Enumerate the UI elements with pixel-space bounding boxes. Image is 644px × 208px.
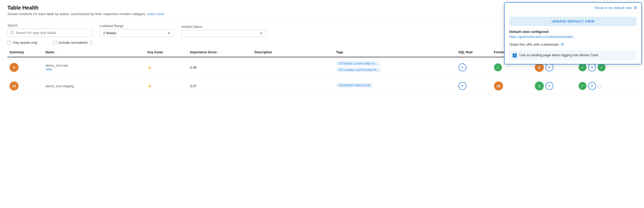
row1-tag-1: S3 Bucket Location:https://s... (336, 61, 380, 66)
row2-freshness: 18 (492, 78, 533, 94)
default-view-url-link[interactable]: https://getmontecarlo.com/dashboard/dail… (509, 35, 637, 39)
row2-key-asset: ★ (145, 78, 188, 94)
popup-body: UPDATE DEFAULT VIEW Default view configu… (505, 13, 641, 64)
row1-name-prefix: demo_env:raw (46, 63, 143, 67)
row2-health: ✓ + i (576, 78, 637, 94)
update-default-view-button[interactable]: UPDATE DEFAULT VIEW (509, 17, 637, 26)
row1-health-plus-icon: + (588, 63, 596, 71)
include-normalized-label: Include normalized (59, 41, 87, 45)
svg-line-1 (13, 33, 14, 34)
row2-freshness-badge: 18 (494, 81, 503, 90)
lookback-select[interactable]: 2 Weeks ▼ (100, 29, 174, 37)
popup-header: Reset to my default view ⚙ (505, 3, 641, 13)
row1-health-check2-icon: ✓ (598, 63, 606, 71)
row1-tags: S3 Bucket Location:https://s... S3 Lambd… (334, 57, 456, 78)
row2-description (252, 78, 334, 94)
row1-quality-plus-icon: + (545, 63, 553, 71)
default-view-popup: Reset to my default view ⚙ UPDATE DEFAUL… (504, 2, 642, 64)
row1-importance: 0.98 (188, 57, 252, 78)
row1-sql-plus-icon: + (458, 63, 466, 71)
importance-sort-icon: ↑ (218, 51, 219, 54)
table-row: 14 demo_env:staging ★ 0.97 Certification… (7, 78, 637, 94)
search-input-wrapper[interactable] (7, 29, 92, 37)
reset-default-view-link[interactable]: Reset to my default view ⚙ (509, 5, 637, 10)
row2-tag-1: Certification Status:Gold (336, 83, 373, 88)
chevron-down-icon: ▼ (167, 32, 170, 35)
row1-name-link[interactable]: offer (46, 67, 52, 71)
row1-sql-rule: + (456, 57, 492, 78)
col-header-description: Description (252, 48, 334, 57)
row2-health-plus-icon: + (588, 82, 596, 90)
row2-quality-cell: 1 + (535, 81, 574, 90)
key-assets-label: Key assets only (13, 41, 37, 45)
share-url-row: Share this URL with a teammate ⧉ (509, 42, 637, 47)
landing-page-label: Use as landing page when logging into Mo… (519, 53, 598, 57)
landing-page-checkbox[interactable]: ✓ (513, 53, 517, 58)
col-header-name[interactable]: Name ↑ (43, 48, 145, 57)
row2-quality: 1 + (533, 78, 576, 94)
row1-health-check1-icon: ✓ (579, 63, 586, 71)
lookback-value: 2 Weeks (103, 31, 116, 35)
row2-summary-badge: 14 (10, 81, 19, 90)
search-icon (10, 31, 14, 35)
col-header-key-asset[interactable]: Key Asset ↑ (145, 48, 188, 57)
search-label: Search (7, 24, 92, 27)
row1-name: demo_env:raw offer (43, 57, 145, 78)
row2-sql-rule: + (456, 78, 492, 94)
row1-health-cell: ✓ + ✓ (579, 63, 634, 71)
share-label: Share this URL with a teammate (509, 42, 559, 46)
key-sort-icon: ↑ (164, 51, 165, 54)
row1-summary-badge: 6 (10, 63, 19, 72)
row1-description (252, 57, 334, 78)
row1-summary: 6 (7, 57, 43, 78)
row2-tags: Certification Status:Gold (334, 78, 456, 94)
search-input[interactable] (16, 31, 89, 35)
row2-quality-plus-icon: + (545, 82, 553, 90)
row2-star-icon: ★ (148, 84, 151, 88)
incident-status-select[interactable]: ▼ (181, 30, 266, 37)
reset-label: Reset to my default view (594, 6, 632, 10)
info-icon[interactable]: i (89, 41, 93, 45)
include-normalized-group: Include normalized i (53, 41, 93, 45)
row2-health-info-icon: i (598, 84, 602, 88)
row2-health-cell: ✓ + i (579, 82, 634, 90)
default-view-label: Default view configured: (509, 30, 637, 34)
col-header-importance-score[interactable]: Importance Score ↑ (188, 48, 252, 57)
incident-status-group: Incident Status ▼ (181, 25, 266, 37)
copy-icon[interactable]: ⧉ (561, 42, 564, 47)
include-normalized-checkbox[interactable] (53, 41, 57, 45)
row1-key-asset: ★ (145, 57, 188, 78)
row1-tag-2: S3 Lambda Load Function:ht... (336, 67, 381, 72)
lookback-group: Lookback Range 2 Weeks ▼ (100, 24, 174, 37)
gear-icon: ⚙ (634, 5, 637, 10)
row2-sql-plus-icon: + (458, 82, 466, 90)
landing-page-row: ✓ Use as landing page when logging into … (509, 50, 637, 60)
key-assets-checkbox[interactable] (7, 41, 11, 45)
col-header-sql-rule: SQL Rule (456, 48, 492, 57)
row2-quality-badge: 1 (535, 81, 544, 90)
search-group: Search (7, 24, 92, 37)
row1-freshness-check-icon: ✓ (494, 63, 502, 71)
row2-importance: 0.97 (188, 78, 252, 94)
row2-health-check1-icon: ✓ (579, 82, 586, 90)
key-assets-checkbox-label[interactable]: Key assets only (7, 41, 37, 45)
col-header-summary: Summary (7, 48, 43, 57)
lookback-label: Lookback Range (100, 24, 174, 28)
row2-name-prefix: demo_env:staging (46, 84, 143, 88)
learn-more-link[interactable]: Learn more (147, 12, 164, 16)
row2-summary: 14 (7, 78, 43, 94)
row2-name: demo_env:staging (43, 78, 145, 94)
name-sort-icon: ↑ (55, 51, 57, 54)
incident-status-label: Incident Status (181, 25, 266, 29)
incident-status-chevron-icon: ▼ (260, 32, 263, 35)
row1-star-icon: ★ (148, 65, 151, 70)
col-header-tags: Tags (334, 48, 456, 57)
